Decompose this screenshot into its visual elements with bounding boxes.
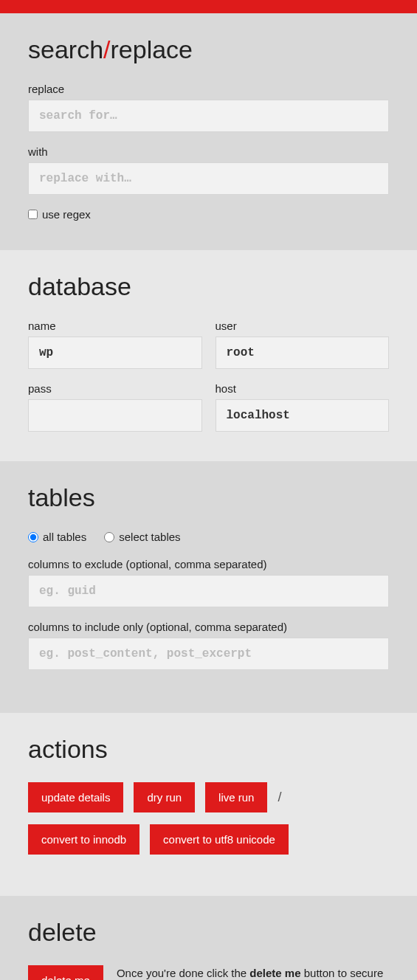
- db-host-label: host: [216, 382, 390, 395]
- convert-utf8-button[interactable]: convert to utf8 unicode: [150, 824, 289, 855]
- delete-me-button[interactable]: delete me: [28, 965, 103, 980]
- section-delete: delete delete me Once you're done click …: [0, 896, 417, 980]
- title-replace: replace: [111, 35, 193, 63]
- top-bar: [0, 0, 417, 13]
- all-tables-radio[interactable]: [28, 532, 38, 542]
- tables-heading: tables: [28, 483, 389, 512]
- all-tables-label: all tables: [43, 531, 86, 543]
- exclude-label: columns to exclude (optional, comma sepa…: [28, 558, 389, 570]
- db-name-label: name: [28, 320, 202, 332]
- db-pass-label: pass: [28, 382, 202, 395]
- include-input[interactable]: [28, 638, 389, 670]
- db-host-input[interactable]: [216, 399, 390, 432]
- db-pass-input[interactable]: [28, 399, 202, 432]
- delete-heading: delete: [28, 918, 389, 947]
- slash-separator: /: [278, 790, 281, 805]
- use-regex-label: use regex: [42, 208, 91, 221]
- with-label: with: [28, 145, 389, 158]
- database-heading: database: [28, 272, 389, 301]
- search-input[interactable]: [28, 100, 389, 132]
- section-database: database name user pass host: [0, 250, 417, 461]
- db-user-label: user: [216, 320, 390, 332]
- select-tables-radio[interactable]: [104, 532, 114, 542]
- delete-instruction: Once you're done click the delete me but…: [117, 965, 389, 980]
- replace-label: replace: [28, 83, 389, 95]
- db-user-input[interactable]: [216, 337, 390, 369]
- page-title: search/replace: [28, 35, 389, 64]
- convert-innodb-button[interactable]: convert to innodb: [28, 824, 139, 855]
- section-search-replace: search/replace replace with use regex: [0, 13, 417, 250]
- exclude-input[interactable]: [28, 575, 389, 607]
- title-search: search: [28, 35, 103, 63]
- dry-run-button[interactable]: dry run: [134, 782, 195, 812]
- use-regex-checkbox[interactable]: [28, 210, 38, 219]
- section-tables: tables all tables select tables columns …: [0, 461, 417, 713]
- live-run-button[interactable]: live run: [205, 782, 267, 812]
- actions-heading: actions: [28, 735, 389, 764]
- include-label: columns to include only (optional, comma…: [28, 621, 389, 633]
- update-details-button[interactable]: update details: [28, 782, 123, 812]
- section-actions: actions update details dry run live run …: [0, 713, 417, 896]
- select-tables-label: select tables: [119, 531, 180, 543]
- db-name-input[interactable]: [28, 337, 202, 369]
- replace-with-input[interactable]: [28, 162, 389, 195]
- slash-icon: /: [103, 35, 110, 63]
